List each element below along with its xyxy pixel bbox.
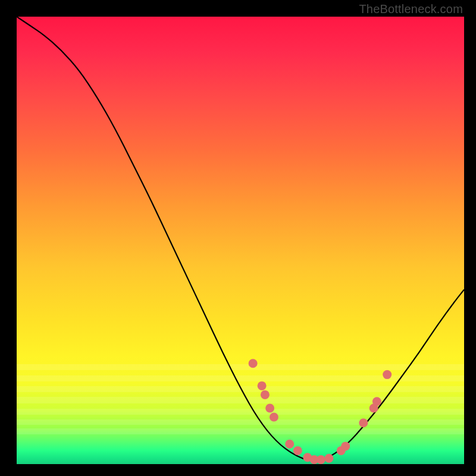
data-marker [341,441,350,450]
data-marker [372,397,381,406]
chart-container: TheBottleneck.com [0,0,476,476]
data-marker [270,413,278,422]
bottleneck-curve-line [17,17,464,461]
data-marker [265,404,274,413]
data-marker [258,381,267,390]
data-marker [317,455,325,464]
curve-svg [17,17,464,464]
data-marker [359,418,368,427]
watermark-text: TheBottleneck.com [359,2,463,16]
plot-area [17,17,464,464]
data-marker [249,359,258,368]
data-marker [285,440,294,449]
marker-group [249,359,392,464]
data-marker [293,446,302,455]
data-marker [324,454,333,463]
data-marker [261,390,270,399]
data-marker [383,370,392,379]
